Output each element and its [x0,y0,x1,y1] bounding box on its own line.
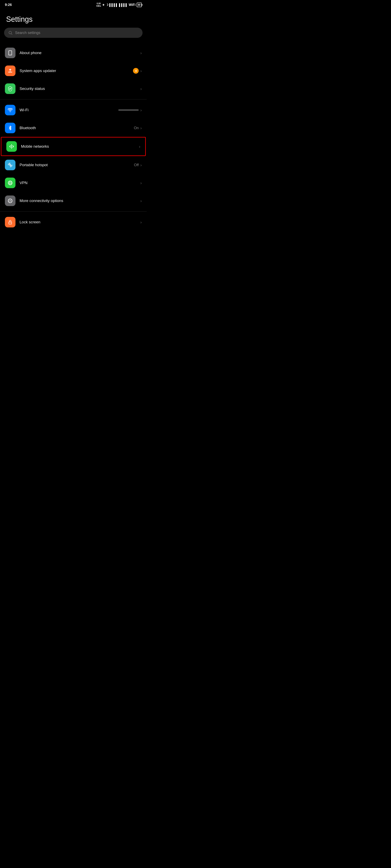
bluetooth-icon: ✦ [102,3,105,7]
settings-item-portable-hotspot[interactable]: Portable hotspot Off › [0,156,147,174]
wifi-icon: WiFi [129,3,136,7]
system-apps-badge: 4 [133,68,139,74]
settings-item-vpn[interactable]: VPN › [0,174,147,192]
security-status-chevron: › [140,87,142,91]
wifi-setting-icon [5,105,16,115]
bluetooth-setting-icon [5,123,16,133]
battery-indicator: 80 [137,3,142,7]
vpn-label: VPN [20,181,140,185]
portable-hotspot-label: Portable hotspot [20,163,134,167]
more-connectivity-label: More connectivity options [20,198,140,203]
mobile-networks-chevron: › [139,144,140,149]
search-bar[interactable]: Search settings [4,28,143,38]
status-bar: 9:26 0.00KB/s ✦ ☽ ▌▌▌▌ ▌▌▌▌ WiFi 80 [0,0,147,9]
search-icon [8,31,12,35]
svg-rect-4 [8,72,12,72]
moon-icon: ☽ [106,3,108,7]
about-phone-icon [5,48,16,58]
settings-item-lock-screen[interactable]: Lock screen › [0,213,147,231]
system-apps-icon [5,65,16,76]
divider-2 [0,211,147,212]
svg-point-5 [10,111,10,112]
about-phone-label: About phone [20,51,140,55]
svg-rect-2 [8,51,11,55]
portable-hotspot-value: Off [134,163,139,167]
more-connectivity-chevron: › [140,198,142,203]
portable-hotspot-chevron: › [140,163,142,167]
system-apps-label: System apps updater [20,68,133,73]
signal-2-icon: ▌▌▌▌ [119,3,128,7]
svg-point-7 [8,181,12,185]
about-phone-chevron: › [140,51,142,55]
status-time: 9:26 [5,3,12,7]
wifi-chevron: › [140,108,142,113]
settings-item-security-status[interactable]: Security status › [0,80,147,98]
bluetooth-chevron: › [140,126,142,130]
settings-item-bluetooth[interactable]: Bluetooth On › [0,119,147,137]
settings-item-system-apps-updater[interactable]: System apps updater 4 › [0,62,147,80]
svg-point-15 [10,223,10,223]
portable-hotspot-icon [5,160,16,170]
mobile-networks-label: Mobile networks [21,144,139,149]
svg-point-6 [9,164,11,166]
system-apps-chevron: › [140,68,142,73]
svg-line-1 [11,34,12,35]
mobile-networks-icon [6,141,17,152]
bluetooth-label: Bluetooth [20,126,134,130]
more-connectivity-icon [5,195,16,206]
bluetooth-value: On [134,126,139,130]
vpn-chevron: › [140,181,142,185]
signal-1-icon: ▌▌▌▌ [109,3,118,7]
status-icons: 0.00KB/s ✦ ☽ ▌▌▌▌ ▌▌▌▌ WiFi 80 [96,2,142,7]
search-placeholder: Search settings [15,31,40,35]
vpn-icon [5,178,16,188]
settings-item-mobile-networks[interactable]: Mobile networks › [1,137,146,156]
settings-item-wifi[interactable]: Wi-Fi › [0,101,147,119]
network-speed: 0.00KB/s [96,2,101,7]
svg-point-8 [9,181,11,185]
settings-item-more-connectivity[interactable]: More connectivity options › [0,192,147,210]
security-status-label: Security status [20,87,140,91]
svg-point-0 [9,31,11,34]
lock-screen-label: Lock screen [20,220,140,224]
lock-screen-chevron: › [140,220,142,224]
wifi-status-bar [118,109,139,111]
settings-list: About phone › System apps updater 4 › Se… [0,44,147,231]
settings-item-about-phone[interactable]: About phone › [0,44,147,62]
page-title: Settings [0,9,147,28]
security-status-icon [5,84,16,94]
wifi-label: Wi-Fi [20,108,118,112]
lock-screen-icon [5,217,16,227]
